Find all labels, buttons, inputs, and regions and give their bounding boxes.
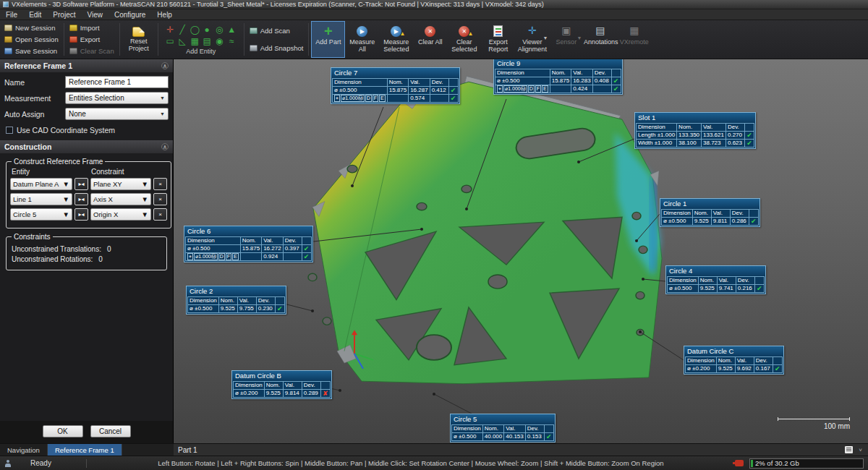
add-part-button[interactable]: +Add Part — [311, 21, 345, 58]
annotation-circle-4[interactable]: Circle 4DimensionNom.Val.Dev.⌀ ±0.5009.5… — [665, 265, 766, 294]
open-session-button[interactable]: Open Session — [4, 35, 59, 43]
menu-help[interactable]: Help — [157, 11, 172, 19]
add-surface-icon[interactable]: ≈ — [226, 35, 238, 47]
auto-assign-select[interactable]: None▼ — [65, 108, 169, 120]
entity-select-2[interactable]: Circle 5▼ — [10, 208, 72, 221]
session-group: New SessionOpen SessionSave Session — [1, 21, 61, 58]
add-circle-icon[interactable]: ◯ — [189, 24, 201, 35]
add-scan-button[interactable]: Add Scan — [250, 27, 304, 35]
clear-selected-button[interactable]: ✕Clear Selected — [447, 21, 481, 58]
annotation-circle-1[interactable]: Circle 1DimensionNom.Val.Dev.⌀ ±0.5009.5… — [660, 198, 760, 227]
construction-header[interactable]: Construction ∧ — [0, 140, 173, 153]
viewer-alignment-button[interactable]: ✛Viewer Alignment▼ — [515, 21, 549, 58]
new-session-button[interactable]: New Session — [4, 24, 59, 32]
measure-selected-button[interactable]: ▶Measure Selected — [379, 21, 413, 58]
annotation-datum-circle-c[interactable]: Datum Circle CDimensionNom.Val.Dev.⌀ ±0.… — [684, 346, 784, 375]
pass-check-icon: ✔ — [544, 433, 553, 441]
reset-project-button[interactable]: Reset Project — [122, 21, 156, 58]
clear-all-button[interactable]: ✕Clear All — [413, 21, 447, 58]
annotation-slot-1[interactable]: Slot 1DimensionNom.Val.Dev.Length ±1.000… — [634, 112, 756, 149]
export-report-button[interactable]: Export Report — [481, 21, 515, 58]
remove-row-button[interactable]: × — [153, 178, 167, 190]
save-session-icon — [4, 48, 12, 54]
add-snapshot-button[interactable]: Add Snapshot — [250, 44, 304, 52]
panel-actions: OK Cancel — [0, 421, 173, 443]
remove-row-button[interactable]: × — [153, 208, 167, 221]
menu-bar: FileEditProjectViewConfigureHelp — [0, 9, 868, 20]
annotations-icon: ▤ — [595, 24, 605, 38]
sensor-icon: ▣ — [561, 24, 571, 38]
pick-entity-button[interactable]: ▸◂ — [75, 178, 88, 190]
tab-reference-frame-1[interactable]: Reference Frame 1 — [48, 444, 122, 456]
add-point-icon[interactable]: ● — [201, 24, 213, 35]
entity-select-1[interactable]: Line 1▼ — [10, 193, 72, 205]
3d-viewport[interactable]: Circle 7DimensionNom.Val.Dev.⌀ ±0.50015.… — [174, 59, 868, 443]
export-button[interactable]: Export — [69, 35, 114, 43]
construction-row: Datum Plane A▼▸◂Plane XY▼× — [10, 178, 167, 190]
pick-entity-button[interactable]: ▸◂ — [75, 208, 88, 221]
app-logo-icon — [3, 1, 9, 7]
menu-project[interactable]: Project — [53, 11, 75, 19]
clear-icon: ✕ — [425, 24, 435, 38]
import-export-group: ImportExportClear Scan — [67, 21, 117, 58]
annotation-circle-6[interactable]: Circle 6DimensionNom.Val.Dev.⌀ ±0.50015.… — [184, 226, 313, 262]
cancel-button[interactable]: Cancel — [90, 425, 131, 437]
measurement-select[interactable]: Entities Selection▼ — [65, 92, 169, 104]
add-line-icon[interactable]: ╱ — [176, 24, 189, 35]
save-session-button[interactable]: Save Session — [4, 47, 59, 55]
export-icon — [69, 36, 77, 43]
add-sphere-icon[interactable]: ◉ — [213, 35, 226, 47]
add-cone-icon[interactable]: ▲ — [226, 24, 238, 35]
document-list-icon[interactable] — [845, 446, 853, 453]
constraint-select-1[interactable]: Axis X▼ — [90, 193, 151, 205]
panel-header[interactable]: Reference Frame 1 ∧ — [0, 59, 173, 72]
menu-edit[interactable]: Edit — [29, 11, 41, 19]
window-title: VXelements - 3D Software Platform - Metr… — [12, 1, 544, 8]
add-angle-icon[interactable]: ◺ — [176, 35, 189, 47]
memory-plug-icon — [735, 460, 744, 466]
reference-frame-panel: Reference Frame 1 ∧ NameReference Frame … — [0, 59, 174, 443]
annotation-datum-circle-b[interactable]: Datum Circle BDimensionNom.Val.Dev.⌀ ±0.… — [231, 370, 332, 399]
pass-check-icon: ✔ — [749, 218, 758, 226]
annotation-circle-7[interactable]: Circle 7DimensionNom.Val.Dev.⌀ ±0.50015.… — [331, 67, 460, 104]
ok-button[interactable]: OK — [43, 425, 83, 437]
remove-row-button[interactable]: × — [153, 193, 167, 205]
annotations-button[interactable]: ▤Annotations — [583, 21, 617, 58]
name-field[interactable]: Reference Frame 1 — [65, 76, 169, 88]
title-bar: VXelements - 3D Software Platform - Metr… — [0, 0, 868, 9]
measure-all-button[interactable]: ▶Measure All — [345, 21, 379, 58]
constraint-select-0[interactable]: Plane XY▼ — [90, 178, 151, 190]
chevron-down-icon[interactable]: ˅ — [859, 447, 862, 453]
collapse-icon[interactable]: ∧ — [161, 143, 169, 150]
add-part-icon: + — [324, 24, 333, 38]
part-tab-bar: Part 1 ˅ — [174, 444, 868, 456]
constraint-select-2[interactable]: Origin X▼ — [90, 208, 151, 221]
import-button[interactable]: Import — [69, 24, 114, 32]
add-slot-icon[interactable]: ▭ — [164, 35, 176, 47]
add-entity-label: Add Entity — [164, 48, 238, 55]
add-ellipse-icon[interactable]: ◎ — [213, 24, 226, 35]
annotation-circle-9[interactable]: Circle 9DimensionNom.Val.Dev.⌀ ±0.50015.… — [493, 59, 623, 95]
menu-file[interactable]: File — [6, 11, 17, 19]
tab-navigation[interactable]: Navigation — [0, 444, 48, 456]
chevron-down-icon: ▼ — [160, 95, 165, 101]
annotation-circle-2[interactable]: Circle 2DimensionNom.Val.Dev.⌀ ±0.5009.5… — [186, 286, 286, 315]
add-axis-icon[interactable]: ✛ — [164, 24, 176, 35]
open-session-icon — [4, 36, 12, 43]
tab-part-1[interactable]: Part 1 — [178, 446, 197, 454]
annotation-circle-5[interactable]: Circle 5DimensionNom.Val.Dev.⌀ ±0.50040.… — [450, 414, 556, 443]
app-window: VXelements - 3D Software Platform - Metr… — [0, 0, 868, 470]
checkbox-icon[interactable] — [6, 127, 13, 134]
import-icon — [69, 25, 77, 31]
dropdown-caret-icon[interactable]: ▼ — [542, 35, 548, 42]
menu-configure[interactable]: Configure — [114, 11, 145, 19]
entity-select-0[interactable]: Datum Plane A▼ — [10, 178, 72, 190]
status-bar: Ready Left Button: Rotate | Left + Right… — [0, 456, 868, 470]
menu-view[interactable]: View — [87, 11, 103, 19]
pick-entity-button[interactable]: ▸◂ — [75, 193, 88, 205]
add-grid-icon[interactable]: ▤ — [201, 35, 213, 47]
new-session-icon — [4, 25, 12, 31]
use-cad-coordinate-checkbox[interactable]: Use CAD Coordinate System — [0, 121, 173, 140]
collapse-icon[interactable]: ∧ — [161, 62, 169, 69]
add-plane-icon[interactable]: ▦ — [189, 35, 201, 47]
